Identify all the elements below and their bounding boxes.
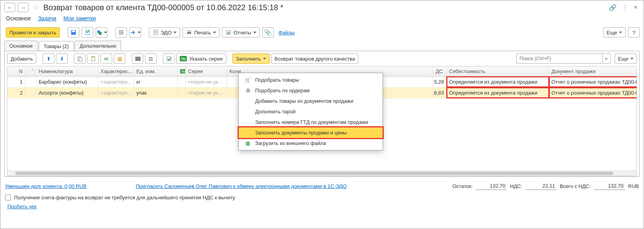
- footer-totals: Уменьшен долг клиента: 0,00 RUB Пригласи…: [5, 182, 639, 190]
- barcode-button[interactable]: [132, 54, 143, 64]
- share-button[interactable]: ≪: [100, 54, 112, 64]
- footer-receipt: Пробить чек: [5, 204, 639, 209]
- edo-button[interactable]: ЭДО: [149, 27, 180, 38]
- menu-pick-orders[interactable]: 🖶Подобрать по ордерам: [239, 85, 383, 96]
- check-button[interactable]: [163, 54, 175, 64]
- doc-struct-button[interactable]: [115, 27, 127, 38]
- col-item[interactable]: Номенклатура: [36, 66, 98, 76]
- menu-fill-docs-prices[interactable]: Заполнить документы продажи и цены: [239, 127, 383, 138]
- fill-dropdown-menu: 🛒Подобрать товары 🖶Подобрать по ордерам …: [238, 73, 383, 150]
- titlebar: ← → ☆ Возврат товаров от клиента ТД00-00…: [0, 0, 644, 14]
- balance-label: Остаток:: [453, 183, 473, 189]
- svg-rect-6: [119, 32, 123, 33]
- copy-button[interactable]: [74, 54, 86, 64]
- add-row-button[interactable]: Добавить: [7, 54, 36, 64]
- nav-tabs: Основное Задачи Мои заметки: [0, 14, 644, 25]
- svg-rect-12: [188, 30, 190, 32]
- svg-rect-15: [229, 32, 229, 34]
- attach-button[interactable]: 📎: [262, 27, 274, 38]
- svg-rect-17: [79, 58, 82, 61]
- post-and-close-button[interactable]: Провести и закрыть: [6, 27, 60, 38]
- col-sale[interactable]: Документ продажи: [549, 66, 637, 76]
- menu-load-file[interactable]: ▦Загрузить из внешнего файла: [239, 138, 383, 148]
- svg-rect-4: [99, 32, 102, 35]
- link-button[interactable]: ▦: [114, 54, 125, 64]
- search-input[interactable]: [516, 54, 602, 64]
- svg-rect-7: [119, 34, 123, 34]
- close-icon[interactable]: ×: [634, 4, 637, 11]
- print-button[interactable]: Печать: [182, 27, 220, 38]
- svg-rect-20: [136, 57, 136, 61]
- col-char[interactable]: Характерис...: [98, 66, 134, 76]
- col-n[interactable]: N: [7, 66, 25, 76]
- grid-search: ×: [516, 54, 611, 64]
- favorite-star-icon[interactable]: ☆: [33, 3, 39, 12]
- spreadsheet-icon: ▦: [244, 140, 251, 146]
- svg-rect-24: [140, 57, 140, 61]
- svg-rect-14: [227, 32, 228, 34]
- receipt-link[interactable]: Пробить чек: [7, 204, 37, 209]
- vat-label: НДС:: [510, 183, 522, 189]
- col-vat[interactable]: ДС: [433, 66, 447, 76]
- invite-edo-link[interactable]: Пригласить Саломенцев Олег Павлович к об…: [136, 183, 347, 189]
- nav-tab-main[interactable]: Основное: [6, 15, 31, 21]
- menu-add-from-sales[interactable]: Добавить товары из документов продажи: [239, 96, 383, 106]
- fill-dropdown-button[interactable]: Заполнить: [233, 54, 270, 64]
- go-to-button[interactable]: [129, 27, 141, 38]
- weight-button[interactable]: ⚖: [145, 54, 157, 64]
- col-series-icon[interactable]: №: [178, 66, 186, 76]
- title-actions: 🔗 ⋮ ×: [609, 4, 640, 11]
- menu-add-tare[interactable]: Дополнить тарой: [239, 106, 383, 117]
- footer-options: Получение счета-фактуры на возврат не тр…: [5, 195, 639, 200]
- doc-tab-main[interactable]: Основное: [4, 41, 38, 51]
- help-button[interactable]: ?: [628, 27, 640, 38]
- svg-rect-22: [138, 57, 138, 61]
- nav-forward-button[interactable]: →: [18, 3, 29, 12]
- svg-rect-10: [154, 32, 157, 33]
- nav-back-button[interactable]: ←: [4, 3, 15, 12]
- menu-pick-goods[interactable]: 🛒Подобрать товары: [239, 75, 383, 85]
- return-other-quality-button[interactable]: Возврат товаров другого качества: [271, 54, 359, 64]
- search-clear-button[interactable]: ×: [602, 54, 611, 64]
- total-value: 132,70: [594, 182, 625, 190]
- total-label: Всего с НДС:: [560, 183, 591, 189]
- doc-tab-extra[interactable]: Дополнительно: [75, 41, 122, 51]
- move-up-button[interactable]: ⬆: [43, 54, 54, 64]
- series-button[interactable]: №Указать серии: [176, 54, 226, 64]
- files-link[interactable]: Файлы: [279, 30, 295, 36]
- cart-icon: 🛒: [244, 77, 251, 83]
- svg-rect-9: [154, 31, 157, 32]
- move-down-button[interactable]: ⬇: [56, 54, 68, 64]
- items-more-button[interactable]: Еще: [615, 54, 637, 64]
- items-toolbar: Добавить ⬆ ⬇ ≪ ▦ ⚖ №Указать серии Заполн…: [7, 54, 637, 66]
- svg-rect-23: [139, 57, 139, 61]
- grid-hscroll[interactable]: [7, 170, 637, 176]
- svg-rect-1: [72, 30, 75, 32]
- nav-tab-tasks[interactable]: Задачи: [38, 15, 56, 21]
- svg-rect-5: [119, 30, 123, 31]
- vat-value: 22,11: [526, 182, 557, 190]
- link-icon[interactable]: 🔗: [609, 4, 617, 11]
- col-folder-icon[interactable]: 📄: [25, 66, 36, 76]
- window-menu-icon[interactable]: ⋮: [622, 4, 628, 11]
- post-button[interactable]: [82, 27, 93, 38]
- sf-not-required-checkbox[interactable]: [5, 195, 11, 200]
- debt-link[interactable]: Уменьшен долг клиента: 0,00 RUB: [5, 183, 86, 189]
- nav-tab-notes[interactable]: Мои заметки: [63, 15, 96, 21]
- command-toolbar: Провести и закрыть ЭДО Печать Отчеты 📎 Ф…: [0, 25, 644, 41]
- svg-rect-21: [137, 57, 137, 61]
- balance-value: 132,70: [476, 182, 507, 190]
- printer-icon: 🖶: [244, 88, 251, 93]
- col-unit[interactable]: Ед. изм.: [134, 66, 178, 76]
- save-button[interactable]: [68, 27, 79, 38]
- menu-fill-gtd[interactable]: Заполнить номера ГТД по документам прода…: [239, 117, 383, 127]
- sf-not-required-label: Получение счета-фактуры на возврат не тр…: [14, 195, 235, 200]
- doc-tab-items[interactable]: Товары (2): [39, 41, 74, 51]
- col-cost[interactable]: Себестоимость: [447, 66, 549, 76]
- reports-button[interactable]: Отчеты: [222, 27, 260, 38]
- paste-button[interactable]: [87, 54, 99, 64]
- doc-tabs: Основное Товары (2) Дополнительно: [0, 41, 644, 51]
- col-series[interactable]: Серия: [186, 66, 227, 76]
- toolbar-more-button[interactable]: Еще: [603, 27, 626, 38]
- based-on-button[interactable]: [96, 27, 107, 38]
